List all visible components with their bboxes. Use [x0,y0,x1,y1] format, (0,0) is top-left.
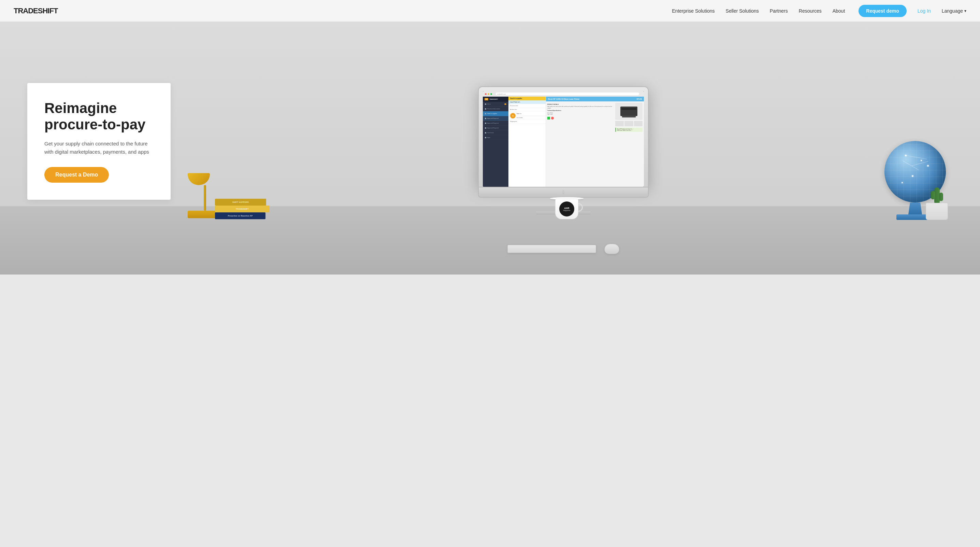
book-1: SHIFT HAPPENS [215,199,266,206]
product-thumbnails [615,121,643,126]
supplier-info: BI Bigtix Inc. [508,112,546,116]
hero-right: tradeshift.com TS TRADESHIFT [174,22,953,274]
screen-nav-apps: Apps [483,135,508,140]
language-selector[interactable]: Language [942,8,966,14]
header: TRADESHIFT Enterprise Solutions Seller S… [0,0,980,22]
related-items: Ricoh SP Replacement Toner Ca... › USB P… [615,128,643,132]
screen-nav-send: Send to supplier [483,111,508,116]
screen-body: TS TRADESHIFT Inbox 7 [483,97,644,187]
book-2: TRADESHIFT [215,206,270,212]
nav-about[interactable]: About [833,8,845,14]
globe-stand-neck [907,203,924,214]
nav-dot-inbox [485,104,486,105]
screen-logo-badge: TS [485,98,488,100]
action-decline-icon [551,117,554,120]
screen-left-pane: Send to supplier Laser Printer sel... Do… [508,97,546,187]
globe-dot-4 [921,160,922,161]
nav-enterprise[interactable]: Enterprise Solutions [672,8,714,14]
nav-dot-received [485,108,486,110]
apple-logo:  [562,190,564,195]
screen-logo-text: TRADESHIFT [489,98,498,100]
traffic-light-red [485,93,487,95]
imac-frame: tradeshift.com TS TRADESHIFT [478,86,649,187]
inbox-badge: 7 [504,104,506,105]
screen-nav-header: TS TRADESHIFT [483,97,508,102]
supplier-name-text: Bigtix Inc. [517,113,544,114]
hero-card: Reimagine procure-to-pay Get your supply… [27,83,170,200]
product-image-area: Ricoh SP Replacement Toner Ca... › USB P… [615,103,643,185]
screen-nav-sent: Sent Items [483,131,508,135]
nav-dot-approval2 [485,123,486,124]
logo: TRADESHIFT [14,6,58,15]
cup-logo: shift happens [559,201,574,217]
pane-item-selected: Laser Printer sel... [508,100,546,104]
cup-text-1: shift [565,207,570,209]
hero-layout: Reimagine procure-to-pay Get your supply… [0,22,980,274]
books-stack: SHIFT HAPPENS TRADESHIFT Proactive vs Re… [215,199,270,219]
pane-header: Send to supplier [508,97,546,100]
lamp-shade [188,173,210,185]
product-header: Ricoh SP 1125U A4 Mono Laser Printer $73… [546,97,644,101]
nav-seller[interactable]: Seller Solutions [726,8,759,14]
traffic-light-yellow [488,93,489,95]
traffic-light-green [490,93,492,95]
book-2-text: TRADESHIFT [236,208,249,210]
coffee-cup: shift happens [550,197,584,219]
mouse [604,244,619,254]
pane-item-2: Another item [508,108,546,112]
screen-nav-approval2: Approval Required [483,121,508,126]
product-description: PRODUCT DETAILS High-quality mono laser … [547,103,614,185]
cactus [926,203,948,220]
cactus-pot [926,203,948,220]
product-section-details: PRODUCT DETAILS [547,104,614,105]
screen-nav-approval3: Approval Required [483,126,508,131]
printer-illustration [620,107,637,116]
request-demo-button[interactable]: Request demo [859,5,906,17]
pane-item-1: Document item [508,104,546,108]
hero-section: Reimagine procure-to-pay Get your supply… [0,22,980,274]
screen-topbar: tradeshift.com [483,91,644,97]
screen-right-pane: Ricoh SP 1125U A4 Mono Laser Printer $73… [546,97,644,187]
nav-dot-approval3 [485,128,486,129]
cactus-stem [934,187,940,204]
thumb-1 [615,121,624,126]
globe-dot-3 [912,175,913,177]
nav-dot-send [485,113,486,114]
cup-handle [578,203,583,212]
keyboard-area [508,244,619,254]
book-1-text: SHIFT HAPPENS [232,201,249,203]
nav-resources[interactable]: Resources [799,8,822,14]
screen-main: Send to supplier Laser Printer sel... Do… [508,97,644,187]
url-bar: tradeshift.com [496,92,639,95]
screen-content: tradeshift.com TS TRADESHIFT [483,91,644,187]
product-body: PRODUCT DETAILS High-quality mono laser … [546,101,644,187]
keyboard [508,245,596,253]
product-price: $73.46 [637,98,642,100]
monitor: tradeshift.com TS TRADESHIFT [478,86,649,215]
supplier-logo: BI [510,113,515,118]
login-button[interactable]: Log In [918,8,931,14]
imac-screen: tradeshift.com TS TRADESHIFT [483,91,644,187]
cup-body: shift happens [555,199,578,219]
book-3: Proactive vs Reactive AP [215,212,266,219]
book-3-text: Proactive vs Reactive AP [228,215,253,217]
hero-card-area: Reimagine procure-to-pay Get your supply… [27,83,174,200]
lamp-pole [204,185,206,211]
globe-dot-5 [902,182,903,183]
hero-title: Reimagine procure-to-pay [45,100,154,133]
nav-dot-apps [485,137,486,138]
cactus-arm-right [939,193,943,201]
thumb-3 [634,121,643,126]
product-actions [547,117,614,120]
screen-nav-inbox: Inbox 7 [483,102,508,107]
product-main-image [615,103,643,120]
product-spec-type: Type: Laser [547,114,614,115]
hero-cta-button[interactable]: Request a Demo [45,167,109,183]
cactus-arm-left [931,191,935,199]
main-nav: Enterprise Solutions Seller Solutions Pa… [672,5,966,17]
hero-subtitle: Get your supply chain connected to the f… [45,140,154,156]
nav-partners[interactable]: Partners [770,8,788,14]
screen-nav: TS TRADESHIFT Inbox 7 [483,97,508,187]
action-approve-icon [547,117,550,120]
product-section-specs: Technical Specifications [547,110,614,112]
